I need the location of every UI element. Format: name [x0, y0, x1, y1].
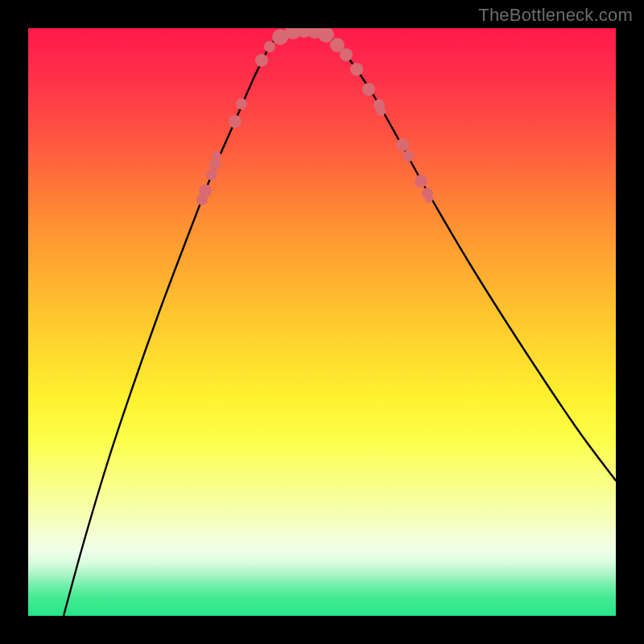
curve-marker: [236, 98, 247, 109]
curve-markers: [196, 28, 433, 205]
curve-marker: [402, 151, 414, 162]
attribution-text: TheBottleneck.com: [478, 5, 633, 26]
curve-marker: [206, 169, 217, 180]
curve-marker: [415, 175, 427, 188]
curve-marker: [362, 83, 375, 96]
curve-marker: [396, 138, 409, 151]
curve-marker: [212, 151, 221, 161]
curve-marker: [340, 48, 353, 61]
curve-marker: [318, 28, 334, 43]
chart-svg: [28, 28, 616, 616]
curve-marker: [255, 54, 268, 67]
curve-marker: [376, 106, 386, 116]
curve-marker: [425, 195, 433, 203]
curve-marker: [264, 41, 275, 52]
bottleneck-curve: [64, 29, 616, 616]
curve-marker: [199, 184, 212, 197]
curve-marker: [229, 115, 242, 128]
curve-marker: [350, 63, 363, 76]
plot-area: [28, 28, 616, 616]
chart-frame: TheBottleneck.com: [0, 0, 644, 644]
